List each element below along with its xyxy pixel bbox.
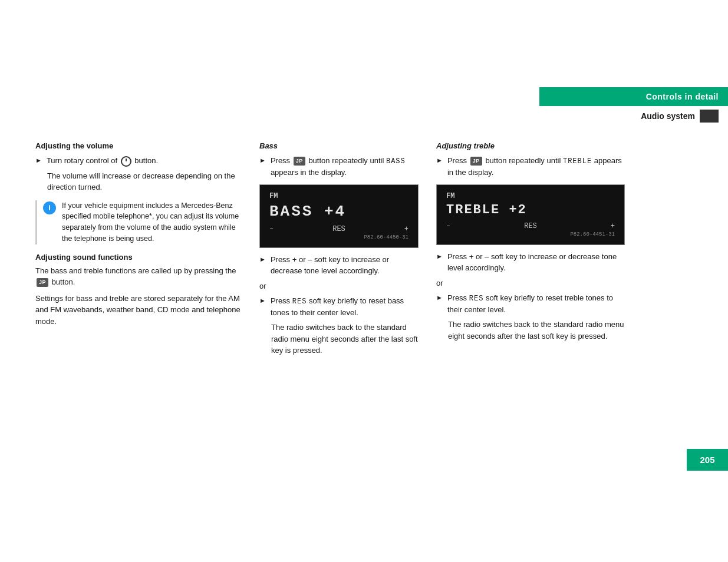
bass-para: The radio switches back to the standard …	[271, 322, 419, 356]
sound-functions-title: Adjusting sound functions	[35, 253, 242, 262]
bass-display-code: P82.60-4450-31	[269, 234, 409, 240]
jp-button-icon-treble: JP	[470, 157, 482, 166]
volume-bullet: ► Turn rotary control of button.	[35, 155, 242, 167]
audio-system-label: Audio system	[641, 111, 695, 121]
sound-para1: The bass and treble functions are called…	[35, 265, 242, 288]
header-bar: Controls in detail Audio system	[539, 87, 728, 125]
treble-bullet-3-text: Press RES soft key briefly to reset treb…	[447, 292, 625, 316]
bass-bullet-1: ► Press JP button repeatedly until BASS …	[259, 155, 419, 178]
bass-bullet-2-text: Press + or – soft key to increase or dec…	[271, 254, 419, 277]
controls-in-detail-label: Controls in detail	[539, 87, 728, 106]
bass-display-screen: FM BASS +4 – RES + P82.60-4450-31	[259, 184, 419, 248]
bass-bullet-3: ► Press RES soft key briefly to reset ba…	[259, 295, 419, 319]
content-area: Adjusting the volume ► Turn rotary contr…	[35, 141, 693, 361]
bullet-arrow-1: ►	[35, 156, 42, 166]
treble-display-main: TREBLE +2	[446, 203, 615, 217]
treble-or: or	[436, 279, 625, 287]
treble-para: The radio switches back to the standard …	[448, 319, 625, 342]
treble-bullet-1: ► Press JP button repeatedly until TREBL…	[436, 155, 625, 178]
info-box: i If your vehicle equipment includes a M…	[35, 200, 242, 244]
audio-system-block	[700, 110, 719, 123]
bass-display-bottom: – RES +	[269, 225, 409, 233]
treble-bullet-2-text: Press + or – soft key to increase or dec…	[447, 251, 625, 274]
jp-button-icon-bass: JP	[294, 157, 305, 166]
treble-display-code: P82.60-4451-31	[446, 232, 615, 237]
volume-title: Adjusting the volume	[35, 141, 242, 150]
info-icon: i	[43, 201, 56, 214]
bullet-arrow-bass-2: ►	[259, 254, 266, 265]
treble-display-fm: FM	[446, 192, 615, 200]
bass-bullet-2: ► Press + or – soft key to increase or d…	[259, 254, 419, 277]
bullet-arrow-treble-2: ►	[436, 252, 443, 262]
bullet-arrow-treble-1: ►	[436, 156, 443, 166]
page-number: 205	[687, 449, 728, 471]
treble-display-bottom: – RES +	[446, 222, 615, 230]
bass-bullet-3-text: Press RES soft key briefly to reset bass…	[271, 295, 419, 319]
sound-para2: Settings for bass and treble are stored …	[35, 293, 242, 328]
treble-title: Adjusting treble	[436, 141, 625, 150]
bass-title: Bass	[259, 141, 419, 150]
bass-or: or	[259, 282, 419, 290]
bass-display-main: BASS +4	[269, 203, 409, 220]
audio-system-row: Audio system	[539, 107, 728, 125]
left-column: Adjusting the volume ► Turn rotary contr…	[35, 141, 259, 361]
bass-bullet-1-text: Press JP button repeatedly until BASS ap…	[271, 155, 419, 178]
treble-display-screen: FM TREBLE +2 – RES + P82.60-4451-31	[436, 184, 625, 245]
bullet-arrow-treble-3: ►	[436, 293, 443, 303]
rotary-control-icon	[121, 156, 131, 167]
treble-bullet-1-text: Press JP button repeatedly until TREBLE …	[447, 155, 625, 178]
right-column: Adjusting treble ► Press JP button repea…	[436, 141, 625, 361]
volume-bullet-text: Turn rotary control of button.	[47, 155, 242, 167]
middle-column: Bass ► Press JP button repeatedly until …	[259, 141, 436, 361]
bullet-arrow-bass-3: ►	[259, 296, 266, 306]
treble-bullet-2: ► Press + or – soft key to increase or d…	[436, 251, 625, 274]
volume-para: The volume will increase or decrease dep…	[47, 170, 242, 193]
info-box-text: If your vehicle equipment includes a Mer…	[62, 200, 242, 244]
jp-button-icon-sound: JP	[37, 278, 48, 287]
bass-display-fm: FM	[269, 192, 409, 200]
treble-bullet-3: ► Press RES soft key briefly to reset tr…	[436, 292, 625, 316]
bullet-arrow-bass-1: ►	[259, 156, 266, 166]
